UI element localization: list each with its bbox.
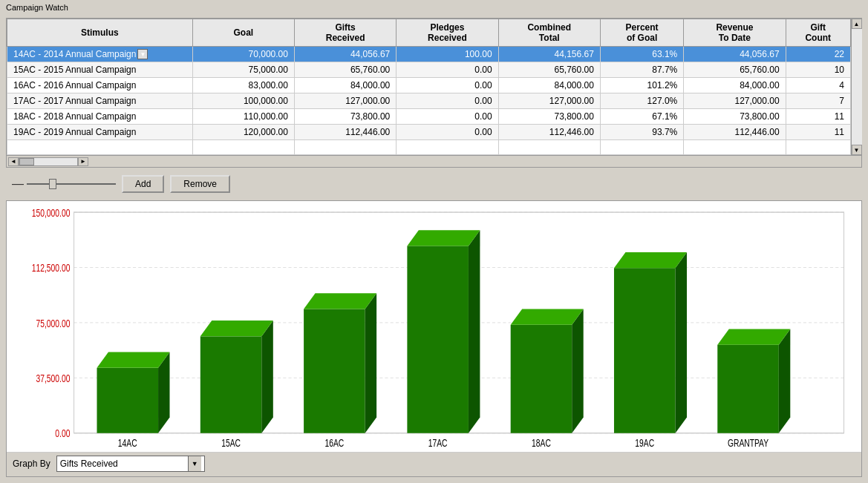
table-row[interactable]: 15AC - 2015 Annual Campaign75,000.0065,7…	[7, 62, 851, 78]
add-button[interactable]: Add	[122, 175, 164, 193]
cell-stimulus: 19AC - 2019 Annual Campaign	[7, 125, 193, 140]
svg-marker-36	[779, 329, 790, 433]
controls-row: — Add Remove	[6, 172, 862, 196]
cell-stimulus: 17AC - 2017 Annual Campaign	[7, 93, 193, 109]
zoom-slider[interactable]	[27, 183, 116, 185]
svg-marker-24	[469, 230, 480, 433]
svg-rect-15	[200, 336, 262, 433]
remove-button[interactable]: Remove	[170, 175, 230, 193]
cell-revenue-to-date: 73,800.00	[684, 109, 786, 125]
cell-percent-of-goal: 87.7%	[600, 62, 683, 78]
cell-gift-count: 11	[786, 125, 850, 140]
graph-by-dropdown-arrow[interactable]: ▼	[188, 456, 201, 471]
svg-rect-19	[304, 309, 365, 433]
cell-gifts-received: 44,056.67	[294, 47, 396, 62]
stimulus-dropdown-cell: 14AC - 2014 Annual Campaign▼	[13, 49, 186, 59]
cell-gifts-received: 73,800.00	[294, 109, 396, 125]
cell-revenue-to-date: 84,000.00	[684, 78, 786, 93]
cell-goal: 120,000.00	[192, 125, 294, 140]
cell-stimulus: 14AC - 2014 Annual Campaign▼	[7, 47, 193, 62]
scroll-up-button[interactable]: ▲	[852, 19, 862, 29]
cell-pledges-received: 100.00	[397, 47, 498, 62]
col-goal: Goal	[192, 19, 294, 47]
svg-rect-23	[407, 246, 469, 433]
cell-revenue-to-date: 65,760.00	[684, 62, 786, 78]
chart-section: 150,000.00 112,500.00 75,000.00 37,500.0…	[6, 200, 862, 477]
svg-text:150,000.00: 150,000.00	[32, 207, 71, 219]
stimulus-text: 14AC - 2014 Annual Campaign	[13, 49, 136, 59]
table-row[interactable]: 18AC - 2018 Annual Campaign110,000.0073,…	[7, 109, 851, 125]
cell-percent-of-goal: 127.0%	[600, 93, 683, 109]
cell-pledges-received: 0.00	[397, 109, 498, 125]
cell-percent-of-goal: 67.1%	[600, 109, 683, 125]
cell-gift-count: 11	[786, 109, 850, 125]
graph-by-selected-value: Gifts Received	[60, 459, 188, 469]
svg-rect-11	[97, 368, 159, 433]
col-gift-count: GiftCount	[786, 19, 850, 47]
svg-text:112,500.00: 112,500.00	[32, 263, 71, 275]
table-row-empty	[7, 140, 851, 155]
table-row[interactable]: 19AC - 2019 Annual Campaign120,000.00112…	[7, 125, 851, 140]
table-row[interactable]: 14AC - 2014 Annual Campaign▼70,000.0044,…	[7, 47, 851, 62]
scrollbar-thumb[interactable]	[19, 158, 34, 165]
svg-text:19AC: 19AC	[635, 438, 654, 449]
cell-revenue-to-date: 127,000.00	[684, 93, 786, 109]
graph-by-select[interactable]: Gifts Received ▼	[56, 456, 205, 472]
cell-goal: 100,000.00	[192, 93, 294, 109]
table-row[interactable]: 16AC - 2016 Annual Campaign83,000.0084,0…	[7, 78, 851, 93]
graph-by-label: Graph By	[13, 459, 50, 469]
cell-stimulus: 15AC - 2015 Annual Campaign	[7, 62, 193, 78]
cell-pledges-received: 0.00	[397, 62, 498, 78]
svg-marker-32	[676, 252, 687, 433]
slider-container: —	[12, 177, 116, 191]
svg-marker-29	[511, 309, 584, 324]
cell-gift-count: 7	[786, 93, 850, 109]
slider-handle[interactable]	[49, 179, 56, 189]
scroll-right-button[interactable]: ►	[78, 157, 88, 166]
svg-text:0.00: 0.00	[55, 428, 70, 440]
svg-text:18AC: 18AC	[532, 438, 551, 449]
scroll-left-button[interactable]: ◄	[8, 157, 19, 166]
cell-goal: 83,000.00	[192, 78, 294, 93]
table-row[interactable]: 17AC - 2017 Annual Campaign100,000.00127…	[7, 93, 851, 109]
col-pledges-received: PledgesReceived	[397, 19, 498, 47]
scroll-down-button[interactable]: ▼	[852, 145, 862, 155]
main-window: Campaign Watch Stimulus Goal GiftsReceiv…	[0, 0, 868, 483]
table-wrapper: Stimulus Goal GiftsReceived PledgesRecei…	[7, 19, 861, 155]
cell-stimulus: 18AC - 2018 Annual Campaign	[7, 109, 193, 125]
svg-text:16AC: 16AC	[324, 438, 344, 449]
svg-marker-33	[614, 252, 687, 268]
svg-rect-31	[614, 268, 676, 433]
cell-revenue-to-date: 112,446.00	[684, 125, 786, 140]
col-combined-total: CombinedTotal	[498, 19, 600, 47]
stimulus-dropdown-arrow[interactable]: ▼	[137, 49, 148, 59]
horizontal-scrollbar[interactable]	[19, 157, 78, 166]
svg-marker-28	[572, 309, 583, 433]
cell-combined-total: 44,156.67	[498, 47, 600, 62]
svg-marker-25	[407, 230, 480, 246]
svg-text:75,000.00: 75,000.00	[36, 318, 71, 329]
table-scroll-area: Stimulus Goal GiftsReceived PledgesRecei…	[7, 19, 851, 155]
cell-gifts-received: 65,760.00	[294, 62, 396, 78]
vertical-scrollbar[interactable]: ▲ ▼	[851, 19, 861, 155]
cell-gift-count: 22	[786, 47, 850, 62]
svg-marker-16	[261, 321, 273, 433]
cell-goal: 75,000.00	[192, 62, 294, 78]
cell-percent-of-goal: 93.7%	[600, 125, 683, 140]
svg-marker-17	[200, 321, 273, 336]
bar-chart: 150,000.00 112,500.00 75,000.00 37,500.0…	[13, 207, 855, 449]
cell-gifts-received: 112,446.00	[294, 125, 396, 140]
col-percent-of-goal: Percentof Goal	[600, 19, 683, 47]
svg-text:14AC: 14AC	[118, 438, 137, 449]
svg-rect-35	[717, 345, 779, 433]
svg-marker-13	[97, 352, 170, 368]
window-title: Campaign Watch	[6, 3, 68, 12]
cell-revenue-to-date: 44,056.67	[684, 47, 786, 62]
cell-combined-total: 84,000.00	[498, 78, 600, 93]
col-stimulus: Stimulus	[7, 19, 193, 47]
cell-combined-total: 65,760.00	[498, 62, 600, 78]
slider-min-icon: —	[12, 177, 24, 191]
svg-text:15AC: 15AC	[221, 438, 241, 449]
cell-gift-count: 4	[786, 78, 850, 93]
main-content: Stimulus Goal GiftsReceived PledgesRecei…	[0, 15, 868, 483]
